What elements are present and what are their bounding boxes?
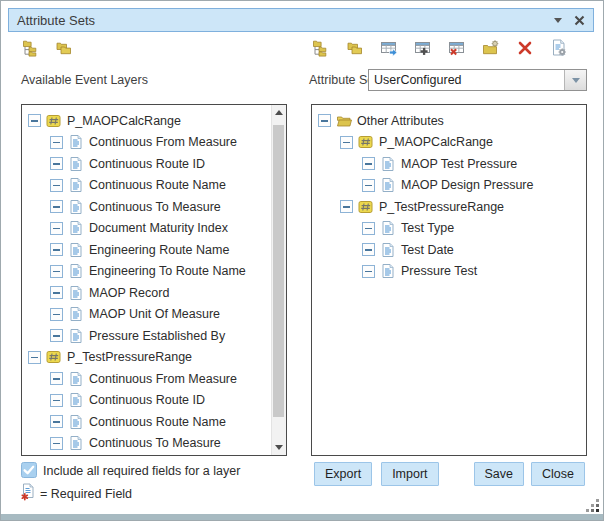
tree-item[interactable]: MAOP Design Pressure — [312, 175, 586, 197]
tree-item-label: P_MAOPCalcRange — [379, 135, 493, 149]
tree-item-label: Continuous To Measure — [89, 200, 221, 214]
collapse-expander-icon[interactable] — [362, 157, 375, 170]
available-layers-tree: P_MAOPCalcRangeContinuous From MeasureCo… — [22, 105, 271, 454]
folder-tree-icon — [312, 39, 330, 57]
collapse-expander-icon[interactable] — [50, 222, 63, 235]
collapse-expander-icon[interactable] — [50, 415, 63, 428]
collapse-expander-icon[interactable] — [362, 243, 375, 256]
scrollbar-down-button[interactable] — [272, 440, 286, 455]
collapse-expander-icon[interactable] — [50, 286, 63, 299]
tree-item[interactable]: Continuous Route ID — [22, 390, 271, 412]
attribute-folders-button[interactable] — [346, 39, 364, 57]
tree-item[interactable]: Test Type — [312, 218, 586, 240]
collapse-expander-icon[interactable] — [50, 372, 63, 385]
close-dialog-button[interactable] — [574, 15, 585, 26]
tree-item[interactable]: P_TestPressureRange — [22, 347, 271, 369]
collapse-expander-icon[interactable] — [50, 437, 63, 450]
collapse-expander-icon[interactable] — [50, 308, 63, 321]
tree-item[interactable]: P_TestPressureRange — [312, 196, 586, 218]
attribute-set-dropdown[interactable]: UserConfigured — [368, 69, 587, 91]
collapse-expander-icon[interactable] — [362, 265, 375, 278]
field-icon — [68, 199, 84, 215]
toolbar-left — [22, 39, 73, 57]
collapse-expander-icon[interactable] — [50, 179, 63, 192]
export-button[interactable]: Export — [314, 462, 372, 486]
tree-item[interactable]: Test Date — [312, 239, 586, 261]
tree-item[interactable]: Pressure Test — [312, 261, 586, 283]
tree-item[interactable]: Continuous Route Name — [22, 411, 271, 433]
scrollbar-up-button[interactable] — [272, 105, 286, 120]
field-icon — [68, 435, 84, 451]
field-icon — [68, 306, 84, 322]
collapse-expander-icon[interactable] — [50, 136, 63, 149]
tree-item[interactable]: MAOP Test Pressure — [312, 153, 586, 175]
collapse-dialog-button[interactable] — [554, 18, 562, 23]
export-table-button[interactable] — [380, 39, 398, 57]
vertical-scrollbar[interactable] — [271, 105, 286, 455]
table-plus-icon — [414, 39, 432, 57]
tree-item[interactable]: MAOP Unit Of Measure — [22, 304, 271, 326]
tree-item[interactable]: Continuous Route Name — [22, 175, 271, 197]
collapse-expander-icon[interactable] — [50, 394, 63, 407]
delete-button[interactable] — [516, 39, 534, 57]
attribute-sets-dialog: Attribute Sets Available Event Layers At… — [0, 0, 604, 521]
collapse-expander-icon[interactable] — [362, 179, 375, 192]
collapse-expander-icon[interactable] — [340, 136, 353, 149]
collapse-expander-icon[interactable] — [318, 114, 331, 127]
dropdown-arrow-button[interactable] — [564, 70, 586, 90]
field-icon — [68, 328, 84, 344]
folder-settings-button[interactable] — [482, 39, 500, 57]
field-icon — [68, 242, 84, 258]
close-icon — [574, 15, 585, 26]
tree-item[interactable]: MAOP Record — [22, 282, 271, 304]
tree-item[interactable]: Continuous Route ID — [22, 153, 271, 175]
dialog-titlebar[interactable]: Attribute Sets — [8, 8, 594, 32]
collapse-expander-icon[interactable] — [340, 200, 353, 213]
scrollbar-thumb[interactable] — [273, 125, 284, 417]
tree-item-label: Pressure Test — [401, 264, 477, 278]
collapse-expander-icon[interactable] — [28, 114, 41, 127]
tree-item-label: P_TestPressureRange — [67, 350, 192, 364]
save-button[interactable]: Save — [474, 462, 525, 486]
remove-table-button[interactable] — [448, 39, 466, 57]
include-required-fields-checkbox[interactable] — [21, 462, 37, 478]
collapse-expander-icon[interactable] — [362, 222, 375, 235]
tree-item[interactable]: Continuous From Measure — [22, 368, 271, 390]
open-folders-button[interactable] — [55, 39, 73, 57]
field-icon — [380, 263, 396, 279]
field-icon — [380, 242, 396, 258]
tree-item[interactable]: Other Attributes — [312, 110, 586, 132]
field-icon — [68, 392, 84, 408]
tree-item-label: Other Attributes — [357, 114, 444, 128]
folder-tree-icon — [22, 39, 40, 57]
collapse-expander-icon[interactable] — [28, 351, 41, 364]
tree-item[interactable]: P_MAOPCalcRange — [312, 132, 586, 154]
page-settings-button[interactable] — [550, 39, 568, 57]
event-layer-icon — [46, 113, 62, 129]
collapse-expander-icon[interactable] — [50, 329, 63, 342]
tree-item[interactable]: Pressure Established By — [22, 325, 271, 347]
attribute-set-value: UserConfigured — [369, 73, 564, 87]
collapse-expander-icon[interactable] — [50, 157, 63, 170]
resize-grip[interactable] — [586, 499, 599, 512]
collapse-expander-icon[interactable] — [50, 243, 63, 256]
event-layer-tree-button[interactable] — [22, 39, 40, 57]
attribute-set-panel: Other AttributesP_MAOPCalcRangeMAOP Test… — [311, 104, 587, 456]
tree-item[interactable]: Continuous From Measure — [22, 132, 271, 154]
attribute-tree-button[interactable] — [312, 39, 330, 57]
available-layers-panel: P_MAOPCalcRangeContinuous From MeasureCo… — [21, 104, 287, 456]
tree-item[interactable]: Continuous To Measure — [22, 196, 271, 218]
collapse-expander-icon[interactable] — [50, 265, 63, 278]
close-button[interactable]: Close — [531, 462, 585, 486]
collapse-expander-icon[interactable] — [50, 200, 63, 213]
tree-item-label: Engineering Route Name — [89, 243, 229, 257]
tree-item[interactable]: Engineering Route Name — [22, 239, 271, 261]
tree-item[interactable]: Engineering To Route Name — [22, 261, 271, 283]
tree-item-label: MAOP Test Pressure — [401, 157, 517, 171]
tree-item[interactable]: P_MAOPCalcRange — [22, 110, 271, 132]
tree-item[interactable]: Continuous To Measure — [22, 433, 271, 455]
add-table-button[interactable] — [414, 39, 432, 57]
field-icon — [68, 156, 84, 172]
import-button[interactable]: Import — [381, 462, 438, 486]
tree-item[interactable]: Document Maturity Index — [22, 218, 271, 240]
